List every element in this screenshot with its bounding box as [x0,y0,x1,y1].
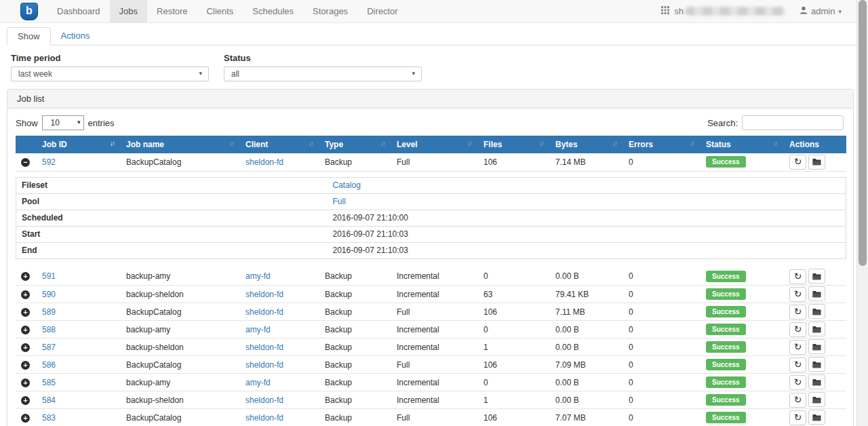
detail-value-cell: Full [328,193,846,210]
expand-row-icon[interactable]: + [21,308,30,317]
job-files: 0 [484,271,488,281]
job-id-link[interactable]: 592 [42,157,56,167]
nav-item-dashboard[interactable]: Dashboard [47,0,110,23]
job-id-link[interactable]: 586 [42,360,56,370]
expand-row-icon[interactable]: + [21,361,30,370]
nav-item-schedules[interactable]: Schedules [243,0,303,23]
rerun-job-button[interactable]: ↻ [789,393,806,408]
status-badge: Success [706,376,746,388]
column-header-client[interactable]: Client↓↑ [240,136,319,153]
grid-icon[interactable] [661,6,669,16]
vertical-scrollbar[interactable] [856,0,868,426]
expand-row-icon[interactable]: + [21,414,30,423]
client-link[interactable]: amy-fd [245,325,271,334]
job-id-link[interactable]: 587 [42,343,56,352]
client-link[interactable]: sheldon-fd [245,307,283,317]
page-length-select[interactable]: 10 ▾ [42,115,84,130]
client-link[interactable]: amy-fd [245,378,271,387]
expand-row-icon[interactable]: + [21,326,30,334]
job-id-link[interactable]: 589 [42,307,56,317]
job-id-link[interactable]: 585 [42,378,56,387]
collapse-row-icon[interactable]: − [21,158,30,167]
rerun-job-button[interactable]: ↻ [789,410,806,425]
client-link[interactable]: sheldon-fd [245,157,283,167]
restore-files-button[interactable] [808,155,825,170]
status-select[interactable]: all ▾ [224,66,422,81]
rerun-job-button[interactable]: ↻ [789,340,806,355]
client-link[interactable]: sheldon-fd [245,360,283,370]
folder-icon [812,290,821,298]
job-id-link[interactable]: 584 [42,395,56,405]
user-menu[interactable]: admin ▾ [800,6,842,16]
column-header-errors[interactable]: Errors↓↑ [623,136,701,153]
job-id-link[interactable]: 590 [42,290,56,299]
job-files: 1 [484,343,488,352]
client-link[interactable]: sheldon-fd [245,343,283,352]
column-header-level[interactable]: Level↓↑ [391,136,478,153]
restore-files-button[interactable] [808,392,825,407]
column-header-label: Status [706,140,731,149]
rerun-job-button[interactable]: ↻ [789,269,806,284]
job-id-link[interactable]: 583 [42,413,56,423]
job-row-586: +586BackupCatalogsheldon-fdBackupFull106… [16,356,846,374]
search-control: Search: [707,115,844,130]
expand-row-icon[interactable]: + [21,290,30,299]
cell-client: amy-fd [240,321,319,338]
nav-item-clients[interactable]: Clients [197,0,243,23]
scrollbar-thumb[interactable] [859,0,867,266]
rerun-job-button[interactable]: ↻ [789,357,806,372]
rerun-job-button[interactable]: ↻ [789,322,806,337]
job-id-link[interactable]: 588 [42,325,56,334]
time-period-select[interactable]: last week ▾ [11,66,209,81]
cell-job-bytes: 0.00 B [550,391,623,409]
nav-item-director[interactable]: Director [357,0,408,23]
column-header-type[interactable]: Type↓↑ [319,136,391,153]
cell-status: Success [701,356,784,374]
detail-fileset-link[interactable]: Catalog [333,180,361,190]
restore-files-button[interactable] [808,374,825,389]
cell-client: sheldon-fd [240,338,319,356]
rerun-job-button[interactable]: ↻ [789,305,806,320]
rerun-job-button[interactable]: ↻ [789,375,806,390]
restore-files-button[interactable] [808,322,825,336]
tab-actions[interactable]: Actions [51,27,100,45]
bareos-logo[interactable]: b [20,3,38,20]
column-header-status[interactable]: Status↓↑ [701,136,784,153]
detail-pool-link[interactable]: Full [333,197,346,206]
client-link[interactable]: sheldon-fd [245,395,283,405]
restore-files-button[interactable] [808,339,825,354]
cell-client: sheldon-fd [240,409,319,426]
expand-row-icon[interactable]: + [21,343,30,352]
job-errors: 0 [629,325,633,334]
column-header-job-id[interactable]: Job ID↓↑ [37,136,121,153]
restore-files-button[interactable] [808,286,825,301]
expand-row-icon[interactable]: + [21,379,30,387]
rerun-job-button[interactable]: ↻ [789,155,806,170]
nav-item-jobs[interactable]: Jobs [110,0,147,23]
client-link[interactable]: sheldon-fd [245,290,283,299]
expand-row-icon[interactable]: + [21,272,30,281]
rerun-job-button[interactable]: ↻ [789,287,806,302]
tab-show[interactable]: Show [7,27,51,45]
expand-row-icon[interactable]: + [21,396,30,405]
nav-item-storages[interactable]: Storages [303,0,357,23]
job-id-link[interactable]: 591 [42,271,56,281]
detail-label-pool: Pool [16,193,328,210]
restore-files-button[interactable] [808,269,825,284]
column-header-job-name[interactable]: Job name↓↑ [121,136,240,153]
search-input[interactable] [742,115,844,130]
client-link[interactable]: amy-fd [245,271,271,281]
column-header-bytes[interactable]: Bytes↓↑ [550,136,623,153]
client-link[interactable]: sheldon-fd [245,413,283,423]
restore-files-button[interactable] [808,357,825,372]
restore-files-button[interactable] [808,304,825,319]
cell-job-id: 590 [37,286,121,303]
job-level: Incremental [397,343,439,352]
cell-job-id: 587 [37,338,121,356]
nav-item-restore[interactable]: Restore [147,0,197,23]
cell-job-errors: 0 [623,356,701,374]
column-header-files[interactable]: Files↓↑ [478,136,550,153]
job-bytes: 7.09 MB [555,360,586,370]
status-badge: Success [706,394,746,406]
restore-files-button[interactable] [808,410,825,425]
